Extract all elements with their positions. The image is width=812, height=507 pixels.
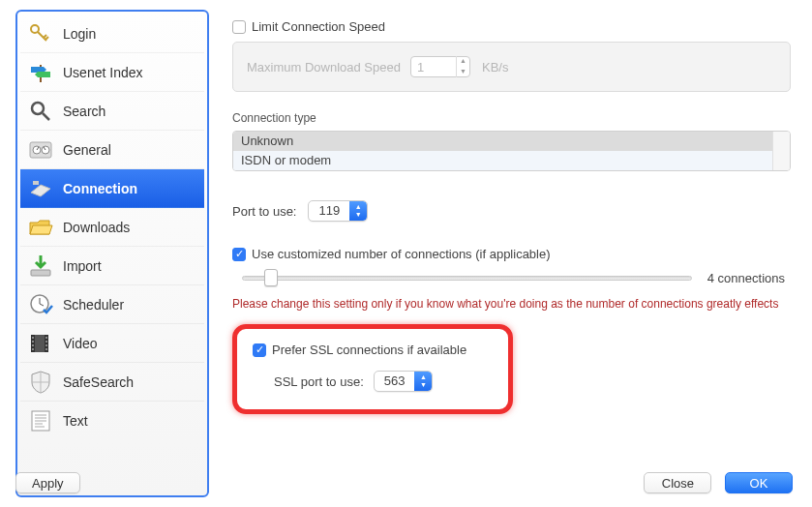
custom-connections-row: ✓ Use customized number of connections (… xyxy=(232,247,791,261)
connection-type-legend: Connection type xyxy=(232,111,791,125)
sidebar-item-label: Scheduler xyxy=(63,297,124,313)
connection-type-fieldset: Connection type Unknown ISDN or modem xyxy=(232,111,791,171)
slider-thumb[interactable] xyxy=(264,269,278,286)
svg-rect-6 xyxy=(33,181,39,185)
limit-speed-row: Limit Connection Speed xyxy=(232,19,791,34)
sidebar-item-text[interactable]: Text xyxy=(20,402,204,440)
speed-unit: KB/s xyxy=(482,60,508,75)
connector-icon xyxy=(26,174,55,203)
sidebar-item-import[interactable]: Import xyxy=(20,247,204,285)
sidebar-item-label: Video xyxy=(63,336,98,351)
ok-button[interactable]: OK xyxy=(725,472,793,493)
film-strip-icon xyxy=(26,329,55,358)
svg-rect-14 xyxy=(32,344,34,346)
sidebar-item-label: General xyxy=(63,142,111,158)
gauges-icon xyxy=(26,135,55,164)
svg-point-2 xyxy=(32,103,44,114)
list-item[interactable]: Unknown xyxy=(233,132,772,151)
apply-button[interactable]: Apply xyxy=(15,472,80,493)
svg-rect-18 xyxy=(45,344,47,346)
prefer-ssl-row: ✓ Prefer SSL connections if available xyxy=(253,343,493,357)
scrollbar[interactable] xyxy=(772,132,790,170)
port-select[interactable]: 119 ▲▼ xyxy=(308,200,368,222)
sidebar-item-label: Usenet Index xyxy=(63,65,143,80)
sidebar-item-connection[interactable]: Connection xyxy=(20,169,204,208)
folder-open-icon xyxy=(26,213,55,242)
preferences-sidebar: Login Usenet Index Search General Connec xyxy=(15,10,209,497)
svg-rect-7 xyxy=(31,270,50,276)
keys-icon xyxy=(26,19,55,48)
svg-rect-15 xyxy=(32,348,34,350)
sidebar-item-label: Search xyxy=(63,104,105,119)
import-arrow-icon xyxy=(26,252,55,281)
sidebar-item-login[interactable]: Login xyxy=(20,15,204,53)
stepper-icon[interactable]: ▲▼ xyxy=(456,56,469,77)
dialog-footer: Apply Close OK xyxy=(15,472,793,493)
settings-panel-connection: Limit Connection Speed Maximum Download … xyxy=(209,0,812,507)
ssl-port-row: SSL port to use: 563 ▲▼ xyxy=(253,371,493,392)
prefer-ssl-checkbox[interactable]: ✓ xyxy=(253,343,266,357)
limit-speed-checkbox[interactable] xyxy=(232,20,246,34)
shield-icon xyxy=(26,368,55,397)
list-item[interactable]: ISDN or modem xyxy=(233,151,772,170)
sidebar-item-scheduler[interactable]: Scheduler xyxy=(20,285,204,324)
sidebar-item-usenet-index[interactable]: Usenet Index xyxy=(20,53,204,92)
sidebar-item-downloads[interactable]: Downloads xyxy=(20,208,204,247)
sidebar-item-label: Downloads xyxy=(63,220,130,235)
sidebar-item-label: Import xyxy=(63,258,102,274)
chevron-updown-icon: ▲▼ xyxy=(349,201,367,221)
ssl-port-select[interactable]: 563 ▲▼ xyxy=(374,371,434,392)
custom-connections-label: Use customized number of connections (if… xyxy=(252,247,551,261)
max-speed-input[interactable]: ▲▼ xyxy=(410,56,470,77)
limit-speed-label: Limit Connection Speed xyxy=(252,19,385,34)
sidebar-item-label: Text xyxy=(63,413,88,429)
ssl-highlight-box: ✓ Prefer SSL connections if available SS… xyxy=(232,324,513,414)
sidebar-item-general[interactable]: General xyxy=(20,131,204,169)
magnifier-icon xyxy=(26,97,55,126)
port-value: 119 xyxy=(309,201,349,221)
connection-type-list[interactable]: Unknown ISDN or modem xyxy=(232,131,791,171)
chevron-updown-icon: ▲▼ xyxy=(414,372,432,391)
custom-connections-checkbox[interactable]: ✓ xyxy=(232,248,246,261)
svg-rect-19 xyxy=(45,348,47,350)
ssl-port-label: SSL port to use: xyxy=(274,374,364,389)
signpost-icon xyxy=(26,58,55,87)
max-speed-label: Maximum Download Speed xyxy=(247,60,401,75)
port-row: Port to use: 119 ▲▼ xyxy=(232,200,791,222)
svg-rect-16 xyxy=(45,337,47,339)
connections-slider[interactable] xyxy=(242,276,692,281)
clock-check-icon xyxy=(26,290,55,319)
connections-count-label: 4 connections xyxy=(707,271,785,285)
sidebar-item-search[interactable]: Search xyxy=(20,92,204,131)
port-label: Port to use: xyxy=(232,204,296,219)
close-button[interactable]: Close xyxy=(644,472,711,493)
svg-rect-12 xyxy=(32,337,34,339)
sidebar-item-label: Login xyxy=(63,26,96,42)
connections-slider-row: 4 connections xyxy=(232,271,791,285)
text-page-icon xyxy=(26,406,55,435)
svg-rect-17 xyxy=(45,341,47,343)
sidebar-item-label: Connection xyxy=(63,181,137,196)
svg-rect-13 xyxy=(32,341,34,343)
svg-point-0 xyxy=(31,25,39,33)
prefer-ssl-label: Prefer SSL connections if available xyxy=(272,343,466,357)
sidebar-item-video[interactable]: Video xyxy=(20,324,204,363)
ssl-port-value: 563 xyxy=(375,372,415,391)
sidebar-item-label: SafeSearch xyxy=(63,374,134,390)
max-speed-field[interactable] xyxy=(411,60,456,75)
max-speed-group: Maximum Download Speed ▲▼ KB/s xyxy=(232,42,791,92)
sidebar-item-safesearch[interactable]: SafeSearch xyxy=(20,363,204,402)
connections-warning: Please change this setting only if you k… xyxy=(232,297,791,311)
